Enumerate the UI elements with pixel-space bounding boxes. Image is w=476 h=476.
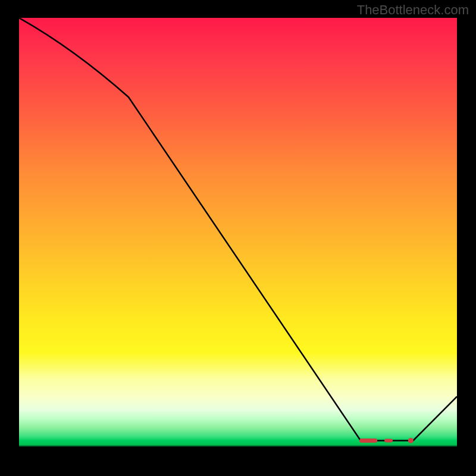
watermark-text: TheBottleneck.com (357, 2, 469, 18)
chart-line-layer (19, 18, 457, 458)
flat-segment-marker (408, 438, 414, 443)
flat-segment-marker (359, 439, 377, 443)
flat-segment-marker (384, 439, 393, 442)
chart-line (19, 18, 457, 440)
